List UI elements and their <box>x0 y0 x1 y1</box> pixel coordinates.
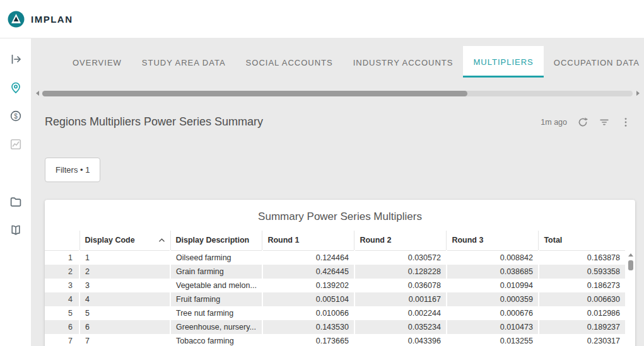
table-row[interactable]: 3 3 Vegetable and melon... 0.139202 0.03… <box>45 279 626 292</box>
round2-cell: 0.128228 <box>354 265 447 279</box>
display-description-cell: Vegetable and melon... <box>170 279 262 292</box>
total-cell: 0.006630 <box>539 292 626 306</box>
column-header-round-2[interactable]: Round 2 <box>354 231 447 251</box>
total-cell: 0.012986 <box>539 306 626 320</box>
display-code-cell: 2 <box>79 265 170 279</box>
total-cell: 0.230317 <box>539 334 626 346</box>
table-wrap: Display CodeDisplay DescriptionRound 1Ro… <box>45 231 635 346</box>
folder-icon[interactable] <box>0 187 31 216</box>
table-row[interactable]: 5 5 Tree nut farming 0.010066 0.002244 0… <box>45 306 626 320</box>
vscrollbar-thumb[interactable] <box>628 260 633 270</box>
display-code-cell: 5 <box>79 306 170 320</box>
multipliers-table: Display CodeDisplay DescriptionRound 1Ro… <box>45 231 626 346</box>
round2-cell: 0.001167 <box>354 292 447 306</box>
tab-study-area-data[interactable]: STUDY AREA DATA <box>132 46 236 78</box>
round1-cell: 0.139202 <box>262 279 354 292</box>
display-code-cell: 1 <box>79 251 170 265</box>
round2-cell: 0.035234 <box>354 320 447 334</box>
vertical-scrollbar[interactable] <box>626 231 635 346</box>
header-actions: 1m ago <box>541 117 631 128</box>
round2-cell: 0.036078 <box>354 279 447 292</box>
display-description-cell: Oilseed farming <box>170 251 262 265</box>
page-title: Regions Multipliers Power Series Summary <box>45 115 263 129</box>
table-header-row: Display CodeDisplay DescriptionRound 1Ro… <box>45 231 626 251</box>
location-pin-icon[interactable] <box>0 73 31 101</box>
round2-cell: 0.002244 <box>354 306 447 320</box>
table-body: 1 1 Oilseed farming 0.124464 0.030572 0.… <box>45 251 626 346</box>
round3-cell: 0.000676 <box>447 306 539 320</box>
display-description-cell: Grain farming <box>170 265 262 279</box>
table-row[interactable]: 2 2 Grain farming 0.426445 0.128228 0.03… <box>45 265 626 279</box>
display-description-cell: Tree nut farming <box>170 306 262 320</box>
filter-icon[interactable] <box>599 117 610 128</box>
scroll-up-arrow[interactable] <box>628 253 633 257</box>
table-row[interactable]: 4 4 Fruit farming 0.005104 0.001167 0.00… <box>45 292 626 306</box>
tab-industry-accounts[interactable]: INDUSTRY ACCOUNTS <box>343 46 464 78</box>
sidebar: $ <box>0 38 31 346</box>
column-header-display-description[interactable]: Display Description <box>170 231 262 251</box>
chart-icon[interactable] <box>0 130 31 158</box>
table-row[interactable]: 6 6 Greenhouse, nursery... 0.143530 0.03… <box>45 320 626 334</box>
round1-cell: 0.010066 <box>262 306 354 320</box>
round3-cell: 0.000359 <box>447 292 539 306</box>
column-header-round-3[interactable]: Round 3 <box>447 231 539 251</box>
row-index-cell: 4 <box>45 292 79 306</box>
round1-cell: 0.173665 <box>262 334 354 346</box>
filters-chip[interactable]: Filters • 1 <box>45 158 100 182</box>
main-content: OVERVIEWSTUDY AREA DATASOCIAL ACCOUNTSIN… <box>31 38 644 346</box>
row-index-cell: 2 <box>45 265 79 279</box>
column-header-display-code[interactable]: Display Code <box>79 231 170 251</box>
tab-multipliers[interactable]: MULTIPLIERS <box>463 46 543 78</box>
total-cell: 0.163878 <box>539 251 626 265</box>
last-updated-label: 1m ago <box>541 118 567 127</box>
display-code-cell: 7 <box>79 334 170 346</box>
display-description-cell: Greenhouse, nursery... <box>170 320 262 334</box>
scrollbar-track[interactable] <box>42 91 633 96</box>
horizontal-scrollbar <box>35 90 640 96</box>
round1-cell: 0.124464 <box>262 251 354 265</box>
display-code-cell: 4 <box>79 292 170 306</box>
round2-cell: 0.043396 <box>354 334 447 346</box>
total-cell: 0.593358 <box>539 265 626 279</box>
row-index-cell: 6 <box>45 320 79 334</box>
round3-cell: 0.010994 <box>447 279 539 292</box>
round1-cell: 0.143530 <box>262 320 354 334</box>
tab-bar: OVERVIEWSTUDY AREA DATASOCIAL ACCOUNTSIN… <box>31 38 644 78</box>
scrollbar-thumb[interactable] <box>42 91 467 96</box>
display-code-cell: 3 <box>79 279 170 292</box>
page-header: Regions Multipliers Power Series Summary… <box>45 115 631 129</box>
more-options-icon[interactable] <box>620 117 631 128</box>
summary-card: Summary Power Series Multipliers Display… <box>45 200 635 346</box>
column-header-round-1[interactable]: Round 1 <box>262 231 354 251</box>
display-description-cell: Fruit farming <box>170 292 262 306</box>
sort-asc-icon <box>158 238 165 243</box>
round3-cell: 0.010473 <box>447 320 539 334</box>
round3-cell: 0.008842 <box>447 251 539 265</box>
implan-logo-icon <box>8 11 25 28</box>
top-bar: IMPLAN <box>0 0 644 38</box>
column-header-index <box>45 231 79 251</box>
total-cell: 0.189237 <box>539 320 626 334</box>
tab-social-accounts[interactable]: SOCIAL ACCOUNTS <box>236 46 343 78</box>
dollar-circle-icon[interactable]: $ <box>0 101 31 130</box>
svg-text:$: $ <box>14 112 18 119</box>
round1-cell: 0.005104 <box>262 292 354 306</box>
row-index-cell: 7 <box>45 334 79 346</box>
table-row[interactable]: 7 7 Tobacco farming 0.173665 0.043396 0.… <box>45 334 626 346</box>
collapse-icon[interactable] <box>0 45 31 73</box>
scroll-right-arrow[interactable] <box>635 90 640 96</box>
tab-overview[interactable]: OVERVIEW <box>62 46 132 78</box>
brand-name: IMPLAN <box>31 14 73 25</box>
column-header-total[interactable]: Total <box>539 231 626 251</box>
display-description-cell: Tobacco farming <box>170 334 262 346</box>
scroll-left-arrow[interactable] <box>35 90 40 96</box>
book-icon[interactable] <box>0 216 31 244</box>
display-code-cell: 6 <box>79 320 170 334</box>
tab-occupation-data[interactable]: OCCUPATION DATA <box>544 46 644 78</box>
refresh-icon[interactable] <box>577 117 588 128</box>
row-index-cell: 5 <box>45 306 79 320</box>
table-row[interactable]: 1 1 Oilseed farming 0.124464 0.030572 0.… <box>45 251 626 265</box>
row-index-cell: 1 <box>45 251 79 265</box>
round2-cell: 0.030572 <box>354 251 447 265</box>
total-cell: 0.186273 <box>539 279 626 292</box>
